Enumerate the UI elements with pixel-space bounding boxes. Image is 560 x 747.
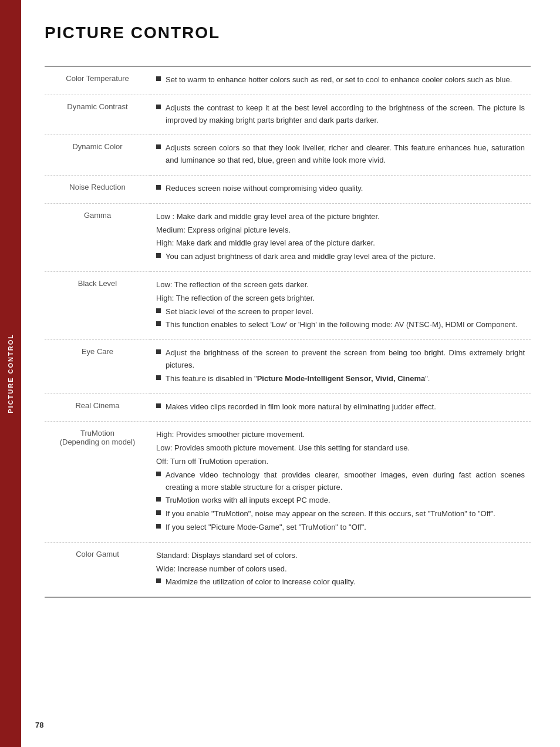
page-title: PICTURE CONTROL [45, 23, 531, 42]
table-row: Real CinemaMakes video clips recorded in… [45, 393, 531, 422]
table-row: TruMotion(Depending on model)High: Provi… [45, 422, 531, 542]
bullet-icon [156, 105, 161, 109]
plain-text: Low: The reflection of the screen gets d… [156, 279, 525, 291]
bullet-item: Maximize the utilization of color to inc… [156, 576, 525, 588]
bullet-text: You can adjust brightness of dark area a… [166, 251, 525, 263]
feature-table: Color TemperatureSet to warm to enhance … [45, 66, 531, 598]
plain-text: High: Provides smoother picture movement… [156, 429, 525, 441]
bullet-icon [156, 403, 161, 408]
feature-label: Color Temperature [45, 66, 150, 95]
table-row: Black LevelLow: The reflection of the sc… [45, 271, 531, 339]
sidebar: PICTURE CONTROL [0, 0, 21, 747]
bullet-text: TruMotion works with all inputs except P… [166, 494, 525, 507]
feature-label: Dynamic Color [45, 135, 150, 176]
plain-text: Low : Make dark and middle gray level ar… [156, 211, 525, 223]
bullet-text: Reduces screen noise without compromisin… [166, 183, 525, 195]
bullet-icon [156, 253, 161, 258]
bullet-icon [156, 497, 161, 502]
feature-description: Low: The reflection of the screen gets d… [150, 271, 531, 339]
table-row: Noise ReductionReduces screen noise with… [45, 175, 531, 203]
table-row: Color GamutStandard: Displays standard s… [45, 542, 531, 597]
feature-label: Color Gamut [45, 542, 150, 597]
sidebar-label: PICTURE CONTROL [7, 334, 14, 413]
bullet-text: If you enable "TruMotion", noise may app… [166, 508, 525, 520]
bullet-icon [156, 349, 161, 354]
bullet-item: Advance video technology that provides c… [156, 469, 525, 494]
plain-text: Medium: Express original picture levels. [156, 224, 525, 237]
page-wrapper: PICTURE CONTROL PICTURE CONTROL Color Te… [0, 0, 560, 747]
bullet-icon [156, 185, 161, 190]
bullet-text: Maximize the utilization of color to inc… [166, 576, 525, 588]
table-row: Color TemperatureSet to warm to enhance … [45, 66, 531, 95]
bullet-icon [156, 321, 161, 326]
table-row: Dynamic ColorAdjusts screen colors so th… [45, 135, 531, 176]
feature-description: Reduces screen noise without compromisin… [150, 175, 531, 203]
bullet-icon [156, 524, 161, 529]
bullet-icon [156, 144, 161, 149]
bullet-text: This function enables to select 'Low' or… [166, 319, 525, 331]
feature-label: TruMotion(Depending on model) [45, 422, 150, 542]
plain-text: Off: Turn off TruMotion operation. [156, 456, 525, 468]
bullet-text: Adjusts screen colors so that they look … [166, 142, 525, 167]
bullet-item: Adjusts the contrast to keep it at the b… [156, 102, 525, 127]
table-row: GammaLow : Make dark and middle gray lev… [45, 203, 531, 271]
bullet-item: Reduces screen noise without compromisin… [156, 183, 525, 195]
bullet-icon [156, 578, 161, 583]
feature-label: Gamma [45, 203, 150, 271]
bullet-item: You can adjust brightness of dark area a… [156, 251, 525, 263]
bullet-text: Set to warm to enhance hotter colors suc… [166, 74, 525, 86]
bullet-text: If you select "Picture Mode-Game", set "… [166, 521, 525, 534]
bullet-text: Adjusts the contrast to keep it at the b… [166, 102, 525, 127]
feature-label: Eye Care [45, 340, 150, 393]
bullet-icon [156, 76, 161, 81]
feature-description: High: Provides smoother picture movement… [150, 422, 531, 542]
bullet-icon [156, 308, 161, 313]
bullet-text: This feature is disabled in "Picture Mod… [166, 373, 525, 385]
bullet-item: If you select "Picture Mode-Game", set "… [156, 521, 525, 534]
plain-text: High: Make dark and middle gray level ar… [156, 237, 525, 250]
plain-text: Standard: Displays standard set of color… [156, 550, 525, 562]
table-row: Dynamic ContrastAdjusts the contrast to … [45, 95, 531, 135]
plain-text: High: The reflection of the screen gets … [156, 292, 525, 305]
feature-label: Noise Reduction [45, 175, 150, 203]
main-content: PICTURE CONTROL Color TemperatureSet to … [21, 0, 560, 747]
bullet-item: Set to warm to enhance hotter colors suc… [156, 74, 525, 86]
table-row: Eye CareAdjust the brightness of the scr… [45, 340, 531, 393]
plain-text: Wide: Increase number of colors used. [156, 563, 525, 576]
bullet-text: Set black level of the screen to proper … [166, 306, 525, 318]
feature-label: Black Level [45, 271, 150, 339]
feature-description: Adjusts the contrast to keep it at the b… [150, 95, 531, 135]
feature-description: Adjusts screen colors so that they look … [150, 135, 531, 176]
page-number: 78 [35, 721, 43, 729]
bullet-item: This function enables to select 'Low' or… [156, 319, 525, 331]
bullet-item: This feature is disabled in "Picture Mod… [156, 373, 525, 385]
bullet-item: TruMotion works with all inputs except P… [156, 494, 525, 507]
feature-description: Standard: Displays standard set of color… [150, 542, 531, 597]
feature-description: Low : Make dark and middle gray level ar… [150, 203, 531, 271]
feature-label: Real Cinema [45, 393, 150, 422]
bullet-icon [156, 375, 161, 380]
feature-description: Adjust the brightness of the screen to p… [150, 340, 531, 393]
bullet-item: Adjusts screen colors so that they look … [156, 142, 525, 167]
bullet-item: Makes video clips recorded in film look … [156, 401, 525, 413]
feature-description: Set to warm to enhance hotter colors suc… [150, 66, 531, 95]
bullet-item: If you enable "TruMotion", noise may app… [156, 508, 525, 520]
feature-description: Makes video clips recorded in film look … [150, 393, 531, 422]
bullet-text: Adjust the brightness of the screen to p… [166, 347, 525, 372]
bullet-item: Adjust the brightness of the screen to p… [156, 347, 525, 372]
bullet-text: Advance video technology that provides c… [166, 469, 525, 494]
bullet-text: Makes video clips recorded in film look … [166, 401, 525, 413]
bullet-item: Set black level of the screen to proper … [156, 306, 525, 318]
feature-label: Dynamic Contrast [45, 95, 150, 135]
bullet-icon [156, 510, 161, 515]
plain-text: Low: Provides smooth picture movement. U… [156, 442, 525, 455]
bullet-icon [156, 472, 161, 476]
